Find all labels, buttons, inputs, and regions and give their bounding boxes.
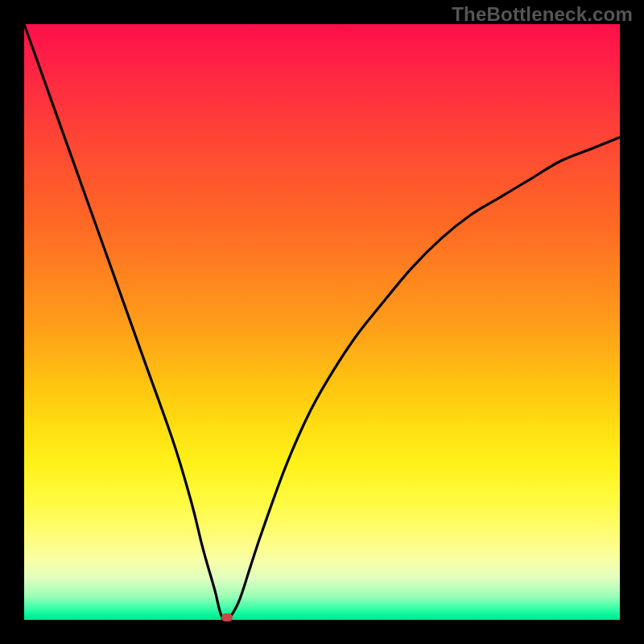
minimum-marker bbox=[221, 613, 233, 621]
bottleneck-curve bbox=[24, 24, 620, 621]
chart-container: TheBottleneck.com bbox=[0, 0, 644, 644]
watermark-text: TheBottleneck.com bbox=[452, 3, 633, 26]
plot-area bbox=[0, 0, 644, 644]
curve-layer bbox=[0, 0, 644, 644]
